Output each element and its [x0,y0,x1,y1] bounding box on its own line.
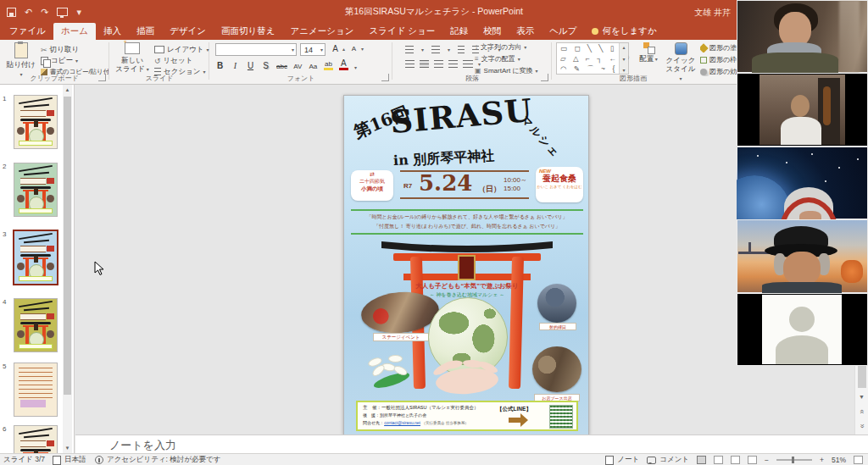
tab-slideshow[interactable]: スライド ショー [361,23,442,40]
participant-video-3[interactable] [737,147,868,219]
lightbulb-icon [592,28,598,35]
justify-icon[interactable] [448,60,458,68]
participant-video-1[interactable] [737,0,868,73]
character-spacing-button[interactable]: AV [293,63,303,70]
language-indicator[interactable]: 日本語 [53,455,86,465]
notes-icon [605,456,614,465]
bold-button[interactable]: B [215,61,225,70]
bullets-icon[interactable] [405,46,414,53]
scroll-up-arrow[interactable]: ▲ [63,85,72,95]
participant-video-5[interactable] [737,293,868,366]
notes-toggle-button[interactable]: ノート [605,455,639,465]
font-color-button[interactable]: A [339,58,348,70]
grow-font-button[interactable]: A▴ [331,44,345,53]
scroll-down-button[interactable]: ▼ [855,390,868,404]
layout-button[interactable]: レイアウト▾ [154,45,209,54]
slide-sorter-view-button[interactable] [714,456,723,464]
italic-button[interactable]: I [231,61,240,70]
zoom-percentage[interactable]: 51% [832,456,846,464]
paragraph-dialog-launcher[interactable] [541,74,548,81]
poster-desc-line1: 「時間とお金(ルール)の縛りから解放されて、好きな人や場と繋がるさぁ おいでバリ… [348,213,587,221]
text-shadow-button[interactable]: S [261,61,270,70]
paste-icon [14,42,28,58]
shapes-gallery[interactable]: ▭ ◻ ╲ ╲ ▯ ○ ▱ △ ⌐ ┐ ← ♡ ◠ ✎ ⌒ ~ { } ▴ ▾ … [556,42,629,75]
notes-placeholder[interactable]: ノートを入力 [109,438,176,453]
font-group-label: フォント [210,74,392,83]
application-window: ↶ ↷ ▾ 第16回SIRASUマルシェチラシ - PowerPoint 文雄 … [0,0,868,465]
tab-animations[interactable]: アニメーション [282,23,361,40]
cut-button[interactable]: ✂ 切り取り [41,45,79,54]
comments-toggle-button[interactable]: コメント [647,455,689,465]
notes-pane[interactable]: ノートを入力 [75,435,868,453]
slideshow-view-button[interactable] [748,456,757,464]
columns-icon[interactable] [463,60,473,68]
tab-view[interactable]: 表示 [509,23,542,40]
new-slide-button[interactable]: 新しい スライド ▾ [114,42,151,74]
shapes-row-2: ▱ △ ⌐ ┐ ← ♡ [557,53,628,64]
participant-video-4[interactable] [737,219,868,293]
shape-fill-icon [700,43,709,53]
highlight-color-button[interactable]: ab [324,60,333,70]
tab-help[interactable]: ヘルプ [542,23,584,40]
align-text-button[interactable]: ≡ 文字の配置▾ [475,54,520,64]
participant-3-face [799,211,821,219]
align-right-icon[interactable] [434,60,443,68]
mouse-cursor [94,261,104,276]
participant-2-shirt [781,117,821,145]
zoom-slider-knob[interactable] [792,457,794,463]
text-direction-button[interactable]: ↕ 文字列の方向▾ [475,42,526,52]
previous-slide-button[interactable]: « [855,405,868,418]
new-slide-icon [125,42,140,54]
tell-me-box[interactable]: 何をしますか [585,23,664,40]
font-name-combo[interactable]: ▾ [215,43,297,56]
scroll-down-arrow[interactable]: ▼ [63,443,72,453]
normal-view-button[interactable] [697,456,706,464]
align-center-icon[interactable] [420,60,429,68]
slide-thumbnail-1[interactable] [14,95,58,149]
comment-icon [647,457,656,464]
participant-video-2[interactable] [737,73,868,147]
decrease-indent-icon[interactable] [458,46,465,53]
official-line-label: 【公式LINE】 [497,406,531,413]
slide-thumbnail-5[interactable] [14,363,58,417]
tab-file[interactable]: ファイル [2,23,53,40]
user-name: 文雄 井芹 [694,7,731,19]
align-left-icon[interactable] [405,60,415,68]
underline-button[interactable]: U [246,61,255,70]
slides-group-label: スライド [110,74,209,83]
thumbnail-scrollbar-thumb[interactable] [64,97,71,395]
tab-draw[interactable]: 描画 [129,23,162,40]
tab-transitions[interactable]: 画面切り替え [214,23,283,40]
strikethrough-button[interactable]: abc [276,63,287,70]
reset-button[interactable]: ↺ リセット [154,56,192,65]
tab-design[interactable]: デザイン [162,23,214,40]
slide-thumbnail-3-selected[interactable] [13,230,58,285]
font-size-combo[interactable]: 14▾ [300,43,326,56]
tab-insert[interactable]: 挿入 [96,23,129,40]
slide-thumbnail-4[interactable] [14,298,58,352]
numbering-icon[interactable] [431,46,440,53]
fit-slide-to-window-button[interactable] [854,456,863,464]
arrange-button[interactable]: 配置 ▾ [636,42,661,64]
zoom-in-button[interactable]: + [820,456,824,464]
accessibility-checker[interactable]: アクセシビリティ: 検討が必要です [95,455,220,465]
shapes-gallery-scrollbar[interactable]: ▴ ▾ ▾ [619,43,628,74]
slide-canvas-poster[interactable]: 第16回 SIRASU マルシェ in 別所琴平神社 ⇄ 二十四節気 小満の頃 … [343,95,589,435]
thumbnail-scrollbar[interactable]: ▲ ▼ [63,85,72,453]
zoom-slider[interactable] [776,459,812,461]
contact-email-link[interactable]: contact@sirasu.net [384,420,420,425]
slide-counter: スライド 3/7 [3,455,45,465]
font-dialog-launcher[interactable] [381,74,389,81]
reading-view-button[interactable] [731,456,740,464]
shrink-font-button[interactable]: A▾ [349,44,364,53]
tab-record[interactable]: 記録 [442,23,476,40]
tab-review[interactable]: 校閲 [476,23,509,40]
slide-thumbnail-2[interactable] [14,163,58,217]
copy-button[interactable]: コピー▾ [41,56,78,65]
clipboard-dialog-launcher[interactable] [98,74,106,81]
next-slide-button[interactable]: « [855,419,868,433]
zoom-out-button[interactable]: − [765,456,769,464]
slide-thumbnail-6[interactable] [14,425,58,453]
tab-home[interactable]: ホーム [53,23,96,40]
change-case-button[interactable]: Aa [309,63,318,70]
